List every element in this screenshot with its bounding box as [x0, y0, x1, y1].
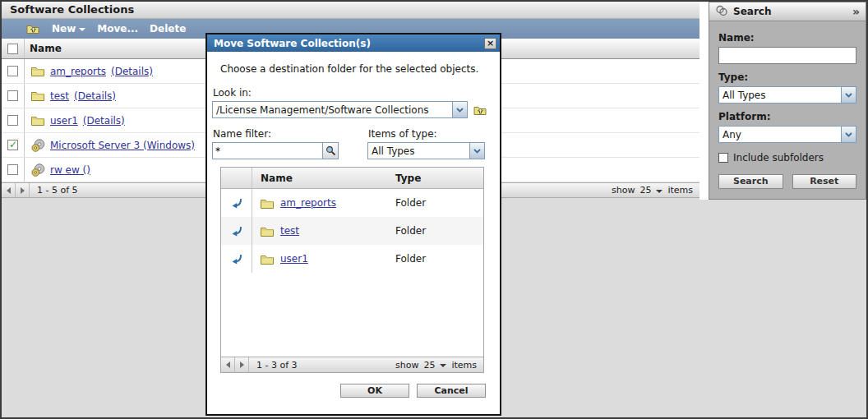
ok-button[interactable]: OK	[340, 384, 409, 398]
folder-link[interactable]: user1	[280, 253, 308, 265]
move-here-icon[interactable]	[231, 254, 242, 265]
software-collection-icon	[31, 139, 45, 152]
include-subfolders-option[interactable]: Include subfolders	[718, 152, 856, 163]
item-link[interactable]: rw ew ()	[50, 164, 90, 176]
dialog-instruction: Choose a destination folder for the sele…	[220, 63, 487, 75]
folder-link[interactable]: test	[280, 225, 299, 237]
name-column-header: Name	[252, 173, 387, 184]
search-button[interactable]: Search	[718, 174, 783, 189]
item-link[interactable]: user1	[50, 115, 78, 127]
name-field-label: Name:	[718, 32, 856, 44]
arrow-left-icon	[7, 187, 11, 194]
look-in-select[interactable]: /License Management/Software Collections	[212, 101, 468, 118]
filter-row: Name filter: Items of type:	[212, 128, 500, 159]
chevron-down-icon	[79, 28, 85, 31]
reset-button[interactable]: Reset	[792, 174, 857, 189]
search-panel: Search » Name: Type: All Types Platform:…	[709, 2, 866, 200]
folder-icon	[31, 90, 45, 103]
folder-icon	[31, 65, 45, 78]
platform-select-value: Any	[719, 129, 841, 140]
platform-select[interactable]: Any	[718, 126, 856, 143]
items-label: items	[667, 185, 693, 196]
dialog-title: Move Software Collection(s)	[214, 38, 371, 49]
chevron-down-icon	[452, 102, 467, 117]
folder-icon	[31, 114, 45, 127]
details-link[interactable]: (Details)	[74, 90, 116, 102]
select-all-cell	[2, 39, 25, 58]
page-title: Software Collections	[2, 2, 699, 19]
move-here-icon[interactable]	[231, 226, 242, 237]
dialog-body: Choose a destination folder for the sele…	[207, 52, 500, 398]
delete-button[interactable]: Delete	[150, 23, 186, 35]
page-next-button[interactable]	[16, 183, 30, 197]
show-label: show	[395, 360, 418, 371]
search-name-input[interactable]	[718, 47, 856, 64]
folder-up-icon[interactable]	[473, 104, 488, 117]
search-panel-buttons: Search Reset	[718, 174, 856, 189]
folder-icon	[261, 224, 275, 237]
type-select[interactable]: All Types	[718, 86, 856, 104]
row-checkbox[interactable]	[7, 140, 18, 150]
search-filter-icon	[715, 5, 728, 19]
item-link[interactable]: Microsoft Server 3 (Windows)	[50, 140, 195, 151]
folder-icon	[261, 252, 275, 265]
type-cell: Folder	[387, 253, 483, 265]
show-label: show	[612, 185, 635, 196]
dialog-title-bar[interactable]: Move Software Collection(s) ×	[207, 35, 500, 52]
folder-link[interactable]: am_reports	[280, 197, 336, 209]
select-all-checkbox[interactable]	[7, 44, 18, 54]
type-column-header: Type	[387, 173, 483, 184]
dialog-pagination-bar: 1 - 3 of 3 show 25 items	[221, 357, 483, 372]
search-icon[interactable]	[322, 143, 338, 159]
new-button[interactable]: New	[52, 23, 85, 35]
type-select-value: All Types	[719, 90, 841, 101]
chevron-down-icon[interactable]	[656, 190, 663, 193]
row-checkbox[interactable]	[7, 66, 18, 76]
name-column-header: Name	[30, 43, 62, 54]
row-checkbox[interactable]	[7, 164, 18, 175]
software-collections-page: Software Collections New Move... Delete …	[0, 0, 868, 419]
details-link[interactable]: (Details)	[83, 115, 125, 127]
row-checkbox[interactable]	[7, 90, 18, 101]
table-empty-space	[221, 273, 483, 357]
name-filter-label: Name filter:	[213, 128, 367, 140]
page-size-value[interactable]: 25	[639, 185, 651, 196]
item-link[interactable]: am_reports	[50, 66, 106, 77]
dialog-buttons: OK Cancel	[221, 384, 486, 398]
chevron-down-icon[interactable]	[440, 364, 446, 367]
details-link[interactable]: (Details)	[111, 66, 153, 77]
items-of-type-value: All Types	[368, 145, 469, 157]
type-field-label: Type:	[718, 71, 856, 83]
look-in-value: /License Management/Software Collections	[213, 104, 452, 116]
page-size-value[interactable]: 25	[423, 360, 435, 371]
search-panel-header: Search »	[709, 2, 866, 21]
folder-up-icon[interactable]	[26, 22, 40, 35]
software-collection-icon	[31, 163, 45, 177]
items-of-type-label: Items of type:	[368, 128, 485, 140]
include-subfolders-label: Include subfolders	[733, 152, 824, 163]
arrow-right-icon	[21, 187, 25, 194]
include-subfolders-checkbox[interactable]	[718, 153, 728, 163]
name-filter-input[interactable]	[213, 143, 322, 159]
cancel-button[interactable]: Cancel	[417, 384, 486, 398]
table-row: test Folder	[221, 217, 483, 245]
name-filter-field	[212, 142, 339, 159]
item-link[interactable]: test	[50, 90, 69, 102]
collapse-panel-button[interactable]: »	[852, 6, 860, 17]
arrow-left-icon	[226, 361, 230, 368]
table-row: user1 Folder	[221, 245, 483, 273]
move-button[interactable]: Move...	[97, 23, 138, 35]
chevron-down-icon	[469, 143, 484, 159]
look-in-label: Look in:	[213, 87, 500, 99]
type-cell: Folder	[387, 225, 483, 237]
move-here-icon[interactable]	[231, 198, 242, 209]
close-icon[interactable]: ×	[484, 38, 496, 49]
arrow-right-icon	[240, 361, 244, 368]
table-row: am_reports Folder	[221, 189, 483, 217]
row-checkbox[interactable]	[7, 115, 18, 126]
page-prev-button[interactable]	[2, 183, 16, 197]
page-next-button[interactable]	[235, 357, 249, 372]
items-of-type-select[interactable]: All Types	[367, 142, 485, 159]
page-prev-button[interactable]	[221, 357, 235, 372]
page-range: 1 - 3 of 3	[256, 360, 298, 371]
